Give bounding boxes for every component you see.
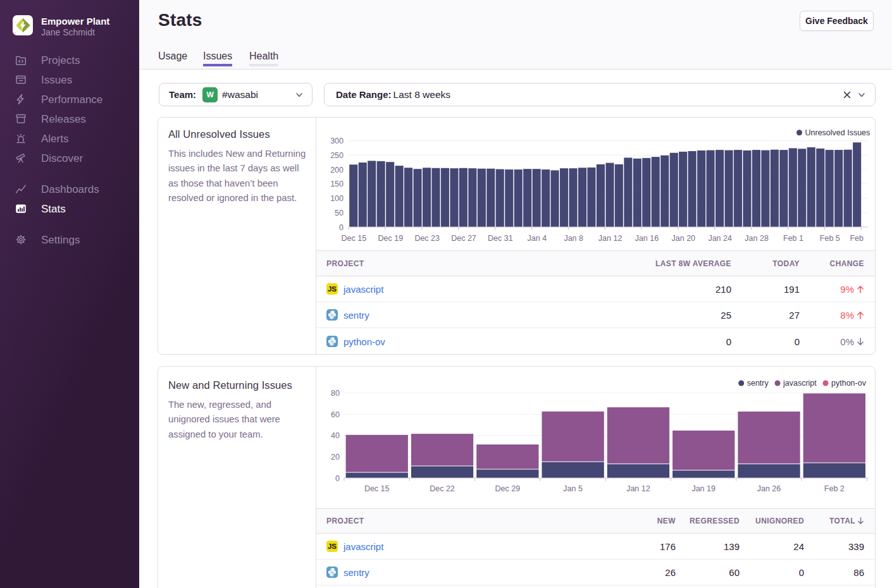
svg-text:Jan 19: Jan 19 xyxy=(691,484,715,493)
svg-text:200: 200 xyxy=(330,166,344,175)
svg-text:Jan 24: Jan 24 xyxy=(708,234,732,243)
svg-text:250: 250 xyxy=(330,151,344,160)
svg-text:100: 100 xyxy=(330,194,344,203)
svg-text:Dec 15: Dec 15 xyxy=(364,484,390,493)
svg-text:40: 40 xyxy=(331,431,340,440)
svg-text:Dec 31: Dec 31 xyxy=(488,234,513,243)
svg-text:60: 60 xyxy=(331,410,340,419)
svg-text:Jan 28: Jan 28 xyxy=(745,234,769,243)
svg-text:sentry: sentry xyxy=(747,379,769,388)
svg-text:Dec 15: Dec 15 xyxy=(342,234,367,243)
svg-text:Dec 19: Dec 19 xyxy=(378,234,403,243)
svg-text:Dec 23: Dec 23 xyxy=(414,234,440,243)
svg-text:Dec 29: Dec 29 xyxy=(495,484,520,493)
svg-text:Jan 12: Jan 12 xyxy=(598,234,623,243)
svg-text:80: 80 xyxy=(331,389,340,398)
svg-text:Dec 22: Dec 22 xyxy=(430,484,455,493)
svg-text:0: 0 xyxy=(335,474,340,483)
svg-text:Jan 4: Jan 4 xyxy=(528,234,547,243)
svg-text:0: 0 xyxy=(339,223,344,232)
svg-text:50: 50 xyxy=(335,209,344,217)
svg-text:Unresolved Issues: Unresolved Issues xyxy=(805,128,870,137)
svg-text:JS: JS xyxy=(328,285,337,293)
svg-text:Feb 1: Feb 1 xyxy=(783,234,803,243)
svg-text:Jan 16: Jan 16 xyxy=(635,234,659,243)
svg-text:JS: JS xyxy=(328,542,337,550)
svg-text:Jan 5: Jan 5 xyxy=(563,484,583,493)
svg-text:Feb: Feb xyxy=(850,234,864,243)
svg-text:Jan 26: Jan 26 xyxy=(757,484,781,493)
svg-text:Jan 12: Jan 12 xyxy=(626,484,650,493)
svg-text:Dec 27: Dec 27 xyxy=(451,234,476,243)
svg-text:Jan 20: Jan 20 xyxy=(672,234,696,243)
svg-text:150: 150 xyxy=(330,180,344,188)
svg-text:Feb 5: Feb 5 xyxy=(820,234,840,243)
svg-text:javascript: javascript xyxy=(783,379,817,388)
svg-text:Feb 2: Feb 2 xyxy=(824,484,845,493)
svg-text:python-ov: python-ov xyxy=(831,379,867,388)
svg-text:300: 300 xyxy=(330,137,344,145)
svg-text:Jan 8: Jan 8 xyxy=(564,234,583,243)
svg-text:20: 20 xyxy=(331,453,340,462)
